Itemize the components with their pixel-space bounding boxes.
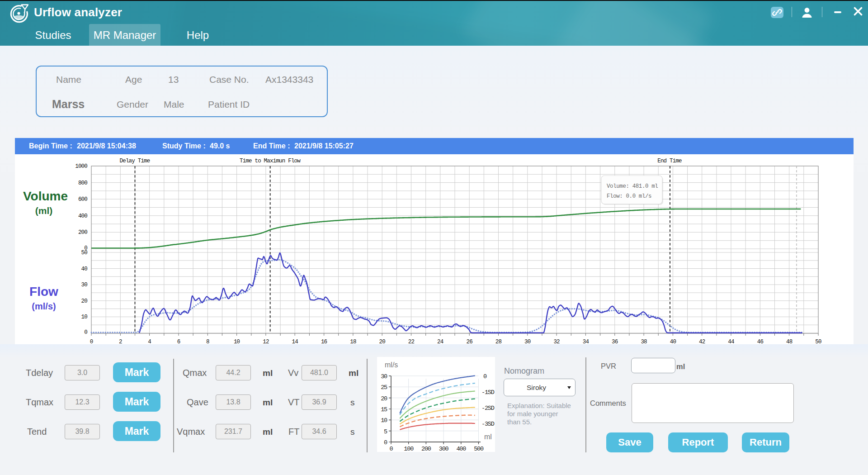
- svg-text:25: 25: [381, 384, 387, 391]
- svg-text:34: 34: [583, 339, 589, 345]
- svg-text:500: 500: [474, 446, 484, 452]
- svg-text:1000: 1000: [75, 163, 87, 170]
- svg-text:40: 40: [670, 339, 676, 345]
- svg-text:15: 15: [381, 406, 387, 413]
- svg-text:40: 40: [81, 266, 88, 272]
- svg-text:400: 400: [78, 213, 87, 219]
- svg-text:Delay Time: Delay Time: [119, 158, 150, 164]
- svg-text:5: 5: [384, 428, 387, 435]
- svg-text:End Time: End Time: [657, 158, 682, 164]
- svg-text:800: 800: [78, 180, 87, 186]
- svg-text:10: 10: [381, 417, 387, 424]
- svg-text:16: 16: [321, 339, 327, 345]
- svg-text:26: 26: [466, 339, 472, 345]
- svg-text:4: 4: [148, 339, 151, 345]
- svg-text:ml/s: ml/s: [385, 361, 398, 369]
- svg-text:28: 28: [495, 339, 502, 345]
- svg-text:-3SD: -3SD: [481, 421, 495, 428]
- svg-text:10: 10: [81, 314, 88, 320]
- svg-text:ml: ml: [484, 433, 492, 441]
- svg-text:10: 10: [234, 339, 240, 345]
- svg-text:46: 46: [757, 339, 764, 345]
- svg-text:22: 22: [408, 339, 415, 345]
- svg-text:50: 50: [815, 339, 821, 345]
- svg-text:0: 0: [483, 373, 487, 380]
- svg-text:36: 36: [612, 339, 618, 345]
- svg-text:12: 12: [263, 339, 269, 345]
- svg-text:14: 14: [292, 339, 298, 345]
- svg-text:32: 32: [553, 339, 560, 345]
- svg-text:Volume: 481.0 ml: Volume: 481.0 ml: [607, 183, 658, 190]
- svg-text:38: 38: [641, 339, 647, 345]
- svg-text:30: 30: [381, 373, 387, 380]
- svg-text:100: 100: [404, 446, 414, 452]
- svg-text:300: 300: [439, 446, 449, 452]
- svg-text:8: 8: [206, 339, 209, 345]
- svg-text:24: 24: [437, 339, 443, 345]
- svg-text:-2SD: -2SD: [481, 405, 495, 412]
- svg-text:30: 30: [524, 339, 531, 345]
- svg-text:0: 0: [84, 329, 87, 336]
- svg-text:Flow: 0.0 ml/s: Flow: 0.0 ml/s: [607, 193, 651, 200]
- svg-text:50: 50: [81, 250, 88, 256]
- svg-text:400: 400: [456, 446, 466, 452]
- svg-text:20: 20: [81, 298, 88, 304]
- svg-text:6: 6: [177, 339, 180, 345]
- svg-text:0: 0: [384, 439, 387, 446]
- svg-text:200: 200: [78, 229, 87, 236]
- svg-text:200: 200: [421, 446, 431, 452]
- svg-text:48: 48: [786, 339, 793, 345]
- svg-text:42: 42: [699, 339, 705, 345]
- svg-text:18: 18: [350, 339, 356, 345]
- svg-text:2: 2: [119, 339, 122, 345]
- svg-text:20: 20: [379, 339, 385, 345]
- svg-text:600: 600: [78, 196, 87, 203]
- svg-text:30: 30: [81, 282, 88, 288]
- svg-text:20: 20: [381, 395, 387, 402]
- svg-text:0: 0: [390, 446, 393, 452]
- svg-text:-1SD: -1SD: [481, 389, 495, 396]
- svg-text:44: 44: [728, 339, 734, 345]
- svg-text:0: 0: [90, 339, 93, 345]
- svg-text:Time to Maximun Flow: Time to Maximun Flow: [240, 158, 301, 164]
